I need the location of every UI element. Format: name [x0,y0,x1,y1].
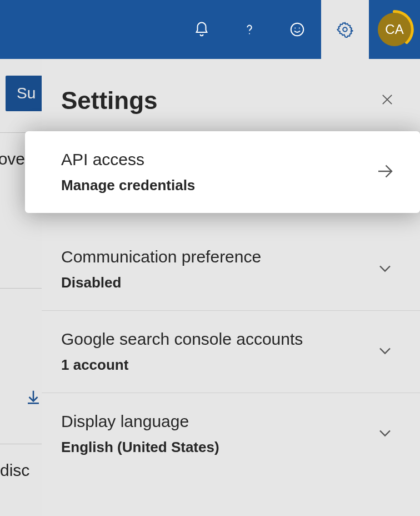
settings-item-subtitle: Disabled [61,274,261,291]
settings-item-display-language[interactable]: Display language English (United States) [42,393,420,475]
svg-point-1 [291,23,304,36]
settings-item-title: Google search console accounts [61,330,303,349]
feedback-smile-icon[interactable] [273,0,321,59]
settings-title: Settings [61,87,158,115]
settings-item-google-search-console[interactable]: Google search console accounts 1 account [42,310,420,393]
settings-item-subtitle: Manage credentials [61,177,195,194]
settings-panel: Settings API access Manage credentials C… [42,59,420,516]
svg-point-4 [343,27,347,32]
notifications-icon[interactable] [178,0,226,59]
chevron-down-icon [375,341,395,363]
settings-item-subtitle: 1 account [61,356,303,374]
settings-item-title: Communication preference [61,247,261,266]
app-header: CA [0,0,420,59]
settings-gear-icon[interactable] [321,0,369,59]
user-avatar[interactable]: CA [369,0,420,59]
svg-point-3 [299,28,300,29]
help-icon[interactable] [226,0,273,59]
arrow-right-icon [375,161,395,183]
settings-panel-header: Settings [42,87,420,131]
svg-point-2 [294,28,296,29]
avatar-initials: CA [378,13,411,46]
chevron-down-icon [375,259,395,281]
settings-item-title: API access [61,150,195,169]
settings-item-title: Display language [61,412,219,431]
chevron-down-icon [375,423,395,445]
settings-item-communication-preference[interactable]: Communication preference Disabled [42,229,420,310]
settings-item-api-access[interactable]: API access Manage credentials [25,131,420,213]
close-icon[interactable] [379,92,395,110]
svg-point-0 [249,33,250,34]
settings-item-subtitle: English (United States) [61,439,219,456]
